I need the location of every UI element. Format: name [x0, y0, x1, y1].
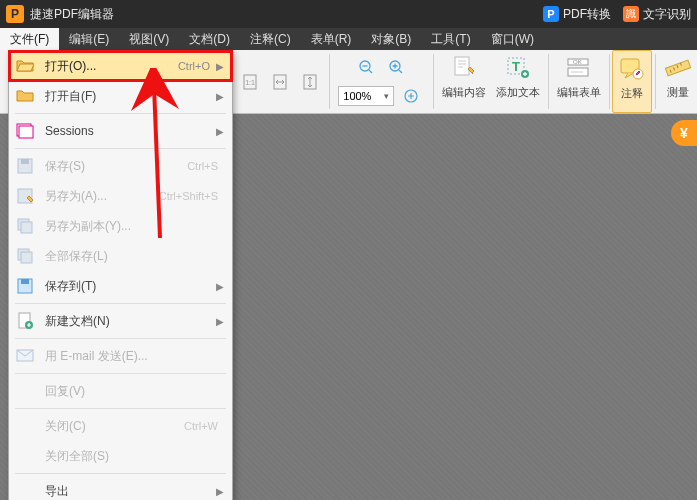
chevron-down-icon: ▾: [384, 91, 389, 101]
annotate-icon: [618, 54, 646, 82]
save-icon: [15, 156, 35, 176]
titlebar: P 捷速PDF编辑器 P PDF转换 識 文字识别: [0, 0, 697, 28]
menu-window[interactable]: 窗口(W): [481, 28, 544, 50]
svg-rect-23: [21, 222, 32, 233]
currency-badge[interactable]: ¥: [671, 120, 697, 146]
folder-icon: [15, 86, 35, 106]
measure-icon: [664, 53, 692, 81]
submenu-arrow-icon: ▶: [216, 486, 224, 497]
menu-item-save-copy: 另存为副本(Y)...: [9, 211, 232, 241]
fit-width-icon[interactable]: [267, 69, 293, 95]
add-text-icon: T: [504, 53, 532, 81]
edit-content-icon: [450, 53, 478, 81]
menu-item-save-to[interactable]: 保存到(T) ▶: [9, 271, 232, 301]
zoom-plus-icon[interactable]: [398, 83, 424, 109]
svg-text:1:1: 1:1: [245, 79, 255, 86]
menu-tools[interactable]: 工具(T): [421, 28, 480, 50]
new-doc-icon: [15, 311, 35, 331]
ocr-icon: 識: [623, 6, 639, 22]
svg-rect-18: [19, 126, 33, 138]
edit-content-button[interactable]: 编辑内容: [437, 50, 491, 113]
menu-file[interactable]: 文件(F): [0, 28, 59, 50]
menu-document[interactable]: 文档(D): [179, 28, 240, 50]
menu-item-save-as: 另存为(A)... Ctrl+Shift+S: [9, 181, 232, 211]
svg-text:T: T: [512, 59, 520, 74]
annotate-button[interactable]: 注释: [612, 50, 652, 113]
sessions-icon: [15, 121, 35, 141]
zoom-in-icon[interactable]: [383, 54, 409, 80]
svg-text:OK: OK: [573, 59, 582, 65]
menu-item-reply: 回复(V): [9, 376, 232, 406]
menu-edit[interactable]: 编辑(E): [59, 28, 119, 50]
menu-view[interactable]: 视图(V): [119, 28, 179, 50]
zoom-level-field[interactable]: 100%▾: [338, 86, 394, 106]
svg-rect-27: [21, 279, 29, 284]
menu-form[interactable]: 表单(R): [301, 28, 362, 50]
menu-item-open-from[interactable]: 打开自(F) ▶: [9, 81, 232, 111]
save-to-icon: [15, 276, 35, 296]
add-text-button[interactable]: T 添加文本: [491, 50, 545, 113]
menu-bar: 文件(F) 编辑(E) 视图(V) 文档(D) 注释(C) 表单(R) 对象(B…: [0, 28, 697, 50]
menu-item-save-all: 全部保存(L): [9, 241, 232, 271]
submenu-arrow-icon: ▶: [216, 61, 224, 72]
fit-height-icon[interactable]: [297, 69, 323, 95]
menu-item-close-all: 关闭全部(S): [9, 441, 232, 471]
menu-item-new-doc[interactable]: 新建文档(N) ▶: [9, 306, 232, 336]
save-copy-icon: [15, 216, 35, 236]
menu-item-open[interactable]: 打开(O)... Ctrl+O ▶: [9, 51, 232, 81]
app-title: 捷速PDF编辑器: [30, 6, 114, 23]
submenu-arrow-icon: ▶: [216, 281, 224, 292]
ocr-label: 文字识别: [643, 6, 691, 23]
pdf-convert-label: PDF转换: [563, 6, 611, 23]
edit-form-button[interactable]: OK 编辑表单: [552, 50, 606, 113]
submenu-arrow-icon: ▶: [216, 91, 224, 102]
menu-comment[interactable]: 注释(C): [240, 28, 301, 50]
zoom-out-icon[interactable]: [353, 54, 379, 80]
submenu-arrow-icon: ▶: [216, 316, 224, 327]
email-icon: [15, 346, 35, 366]
menu-item-close: 关闭(C) Ctrl+W: [9, 411, 232, 441]
menu-item-export[interactable]: 导出 ▶: [9, 476, 232, 500]
file-dropdown-menu: 打开(O)... Ctrl+O ▶ 打开自(F) ▶ Sessions ▶ 保存…: [8, 50, 233, 500]
fit-page-icon[interactable]: 1:1: [237, 69, 263, 95]
pdf-convert-icon: P: [543, 6, 559, 22]
svg-rect-7: [455, 57, 469, 75]
svg-rect-25: [21, 252, 32, 263]
menu-object[interactable]: 对象(B): [361, 28, 421, 50]
menu-item-save: 保存(S) Ctrl+S: [9, 151, 232, 181]
pdf-convert-link[interactable]: P PDF转换: [543, 6, 611, 23]
folder-open-icon: [15, 56, 35, 76]
app-logo-icon: P: [6, 5, 24, 23]
ocr-link[interactable]: 識 文字识别: [623, 6, 691, 23]
save-all-icon: [15, 246, 35, 266]
measure-button[interactable]: 测量: [659, 50, 697, 113]
menu-item-sessions[interactable]: Sessions ▶: [9, 116, 232, 146]
save-as-icon: [15, 186, 35, 206]
menu-item-email: 用 E-mail 发送(E)...: [9, 341, 232, 371]
svg-rect-20: [21, 159, 29, 164]
edit-form-icon: OK: [565, 53, 593, 81]
submenu-arrow-icon: ▶: [216, 126, 224, 137]
